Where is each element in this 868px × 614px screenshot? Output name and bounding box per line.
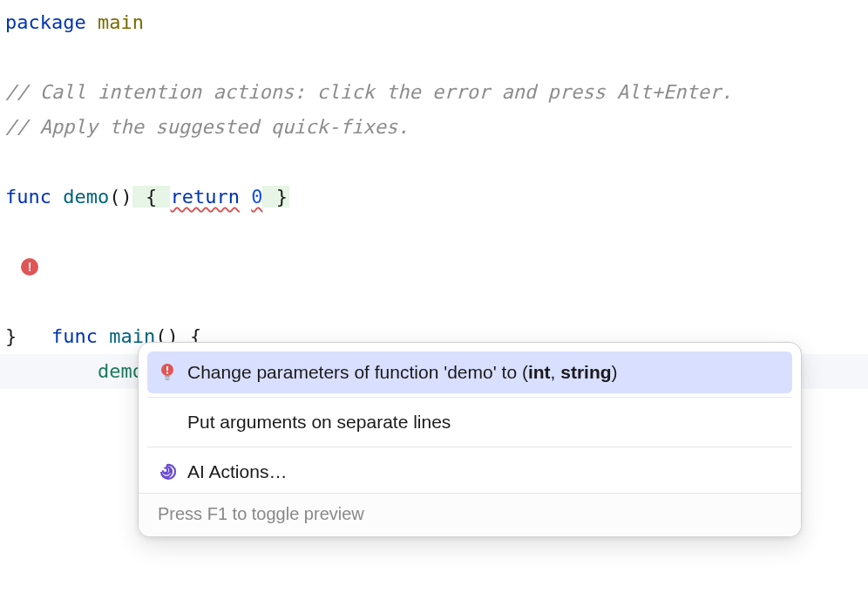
code-line-comment[interactable]: // Call intention actions: click the err… <box>0 75 868 110</box>
keyword-package: package <box>5 11 86 33</box>
code-line[interactable]: func demo() { return 0 } <box>0 180 868 215</box>
svg-rect-3 <box>165 376 170 378</box>
keyword-return-error: return <box>170 186 239 208</box>
code-line-blank[interactable] <box>0 215 868 249</box>
intention-actions-popup: Change parameters of function 'demo' to … <box>138 342 802 537</box>
intention-ai-actions[interactable]: AI Actions… <box>147 451 792 493</box>
comment-text: // Apply the suggested quick-fixes. <box>5 116 410 138</box>
spacer-icon <box>158 413 177 432</box>
intention-label: AI Actions… <box>187 461 287 482</box>
keyword-func: func <box>51 325 98 347</box>
comment-text: // Call intention actions: click the err… <box>5 81 732 103</box>
diff-highlight: } <box>262 186 289 208</box>
parens: () <box>109 186 132 208</box>
indent <box>51 360 98 382</box>
code-line-blank[interactable] <box>0 145 868 180</box>
popup-footer-hint: Press F1 to toggle preview <box>139 493 801 536</box>
popup-separator <box>147 447 792 447</box>
svg-rect-2 <box>166 372 168 374</box>
svg-rect-4 <box>166 379 170 380</box>
code-line-current[interactable]: demo(2, "hello") <box>0 284 868 319</box>
keyword-func: func <box>5 186 51 208</box>
intention-label: Put arguments on separate lines <box>187 412 451 433</box>
func-name-demo: demo <box>63 186 109 208</box>
intention-label: Change parameters of function 'demo' to … <box>187 362 618 383</box>
code-line-comment[interactable]: // Apply the suggested quick-fixes. <box>0 110 868 145</box>
code-editor[interactable]: package main // Call intention actions: … <box>0 0 868 614</box>
literal-zero-error: 0 <box>251 186 262 208</box>
intention-put-args-separate-lines[interactable]: Put arguments on separate lines <box>147 401 792 443</box>
close-brace: } <box>5 325 17 347</box>
code-line[interactable]: func main() { <box>0 249 868 284</box>
ai-spiral-icon <box>158 462 177 481</box>
popup-items-list: Change parameters of function 'demo' to … <box>139 343 801 493</box>
code-line[interactable]: package main <box>0 5 868 40</box>
call-demo: demo <box>98 360 144 382</box>
code-line-blank[interactable] <box>0 40 868 75</box>
diff-highlight: { <box>132 186 171 208</box>
popup-separator <box>147 397 792 398</box>
package-name: main <box>98 11 144 33</box>
svg-rect-1 <box>166 366 168 371</box>
error-bulb-icon <box>158 363 177 382</box>
error-gutter-icon[interactable] <box>21 258 38 276</box>
intention-change-parameters[interactable]: Change parameters of function 'demo' to … <box>147 351 792 393</box>
